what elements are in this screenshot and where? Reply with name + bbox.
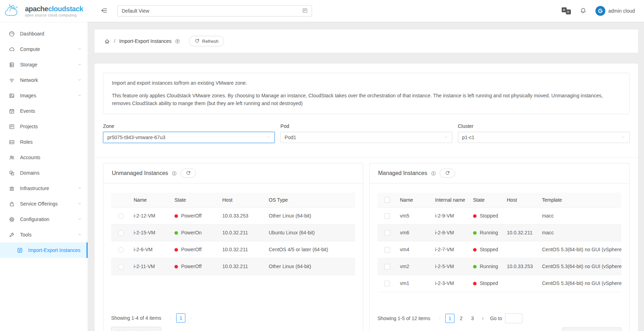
row-checkbox[interactable] [384, 230, 390, 236]
main-content: / Import-Export Instances Refresh Import… [88, 22, 644, 331]
unmanage-instance-button[interactable]: Unmanage Instance [562, 327, 621, 331]
unmanaged-actions: Import Instance [111, 327, 355, 331]
next-page-button[interactable] [186, 313, 196, 323]
notifications-button[interactable] [580, 7, 586, 15]
row-radio[interactable] [118, 213, 124, 219]
sidebar-item-compute[interactable]: Compute [0, 41, 88, 57]
sidebar-item-label: Infrastructure [20, 186, 72, 191]
page-number[interactable]: 3 [468, 314, 477, 323]
goto-label: Go to [490, 316, 502, 321]
cloud-icon [9, 46, 15, 52]
row-radio[interactable] [118, 264, 124, 270]
sidebar-item-roles[interactable]: Roles [0, 134, 88, 150]
sidebar-item-network[interactable]: Network [0, 72, 88, 88]
help-button[interactable] [175, 39, 180, 44]
app-logo[interactable]: apachecloudstack open source cloud compu… [0, 4, 88, 18]
language-button[interactable]: A [562, 7, 571, 14]
sidebar-item-storage[interactable]: Storage [0, 57, 88, 72]
cell-name: i-2-15-VM [131, 224, 172, 241]
sidebar-item-domains[interactable]: Domains [0, 165, 88, 181]
sidebar-item-events[interactable]: Events [0, 103, 88, 119]
sidebar-item-accounts[interactable]: Accounts [0, 150, 88, 165]
row-radio[interactable] [118, 230, 124, 236]
sidebar-item-import-export-instances[interactable]: Import-Export Instances [0, 242, 88, 258]
select-all-checkbox[interactable] [384, 197, 390, 203]
reload-icon [195, 39, 199, 44]
breadcrumb-home[interactable] [104, 38, 110, 44]
project-icon[interactable] [302, 8, 308, 14]
status-dot [473, 265, 477, 268]
page-number[interactable]: 1 [445, 314, 454, 323]
pod-select[interactable]: Pod1 [280, 132, 452, 143]
row-checkbox[interactable] [384, 213, 390, 219]
chevron-down-icon [444, 135, 448, 140]
header-right: A admin cloud [562, 6, 644, 16]
pagination-summary: Showing 1-5 of 12 items [377, 316, 430, 321]
chevron-down-icon [78, 201, 82, 207]
question-circle-icon [175, 39, 180, 44]
table-row[interactable]: vm4 i-2-7-VM Stopped CentOS 5.3(64-bit) … [377, 241, 621, 258]
unmanaged-refresh-button[interactable] [180, 169, 196, 178]
cell-state: PowerOff [172, 241, 219, 258]
cell-os-type: Other Linux (64-bit) [266, 207, 355, 224]
sidebar-item-infrastructure[interactable]: Infrastructure [0, 181, 88, 196]
page-number[interactable]: 2 [457, 314, 466, 323]
prev-page-button[interactable] [166, 313, 175, 323]
row-checkbox[interactable] [384, 281, 390, 286]
table-row[interactable]: vm6 i-2-8-VM Running 10.0.32.211 macc [377, 224, 621, 241]
row-radio[interactable] [118, 247, 124, 253]
sidebar-item-images[interactable]: Images [0, 88, 88, 103]
cell-host: 10.0.33.253 [219, 207, 266, 224]
chevron-down-icon [78, 77, 82, 83]
table-row[interactable]: i-2-15-VM PowerOn 10.0.32.211 Ubuntu Lin… [111, 224, 355, 241]
row-checkbox[interactable] [384, 264, 390, 270]
goto-page-input[interactable] [505, 313, 522, 323]
chevron-up-icon [78, 232, 82, 238]
unmanaged-pagination: Showing 1-4 of 4 items 1 [111, 313, 355, 323]
import-instance-button[interactable]: Import Instance [111, 327, 161, 331]
cell-template: CentOS 5.3(64-bit) no GUI (vSphere) [539, 241, 621, 258]
table-row[interactable]: vm5 i-2-9-VM Stopped macc [377, 207, 621, 224]
col-internal-name: Internal name [432, 193, 470, 207]
top-header: apachecloudstack open source cloud compu… [0, 0, 644, 22]
sidebar-item-service-offerings[interactable]: Service Offerings [0, 196, 88, 212]
pagination-summary: Showing 1-4 of 4 items [111, 315, 161, 321]
table-row[interactable]: vm2 i-2-5-VM Running 10.0.33.253 CentOS … [377, 258, 621, 275]
sidebar-item-label: Storage [20, 62, 72, 67]
blocks-icon [9, 170, 15, 176]
sidebar-item-tools[interactable]: Tools [0, 227, 88, 242]
next-page-button[interactable] [478, 314, 487, 323]
info-circle-icon[interactable] [172, 171, 177, 176]
cell-template: macc [539, 224, 621, 241]
cluster-select[interactable]: p1-c1 [458, 132, 630, 143]
row-checkbox[interactable] [384, 247, 390, 253]
zone-select[interactable]: pr5075-t943-vmware-67u3 [103, 132, 275, 143]
sidebar-item-projects[interactable]: Projects [0, 119, 88, 134]
view-select[interactable]: Default View [117, 5, 312, 17]
col-state: State [470, 193, 504, 207]
table-row[interactable]: vm1 i-2-3-VM Stopped CentOS 5.3(64-bit) … [377, 275, 621, 292]
table-row[interactable]: i-2-11-VM PowerOff 10.0.32.211 Other Lin… [111, 258, 355, 275]
cell-host: 10.0.32.211 [219, 258, 266, 275]
prev-page-button[interactable] [435, 314, 444, 323]
managed-refresh-button[interactable] [440, 169, 455, 178]
sidebar-item-configuration[interactable]: Configuration [0, 212, 88, 227]
user-menu[interactable]: admin cloud [595, 6, 635, 16]
sidebar-item-label: Service Offerings [20, 201, 72, 207]
info-circle-icon[interactable] [431, 171, 436, 176]
sidebar-item-dashboard[interactable]: Dashboard [0, 26, 88, 41]
refresh-button[interactable]: Refresh [189, 36, 224, 46]
table-row[interactable]: i-2-6-VM PowerOff 10.0.32.211 CentOS 4/5… [111, 241, 355, 258]
cell-template: macc [539, 207, 621, 224]
calendar-icon [9, 108, 15, 114]
database-icon [9, 62, 15, 68]
page-number[interactable]: 1 [176, 313, 185, 323]
sidebar-item-label: Network [20, 77, 72, 83]
cloudmonkey-logo-icon [4, 4, 22, 18]
cell-state: PowerOff [172, 207, 219, 224]
cell-host: 10.0.32.211 [219, 224, 266, 241]
cell-name: vm5 [397, 207, 432, 224]
table-row[interactable]: i-2-12-VM PowerOff 10.0.33.253 Other Lin… [111, 207, 355, 224]
chevron-right-icon [481, 317, 485, 320]
sidebar-collapse-button[interactable] [101, 7, 107, 15]
